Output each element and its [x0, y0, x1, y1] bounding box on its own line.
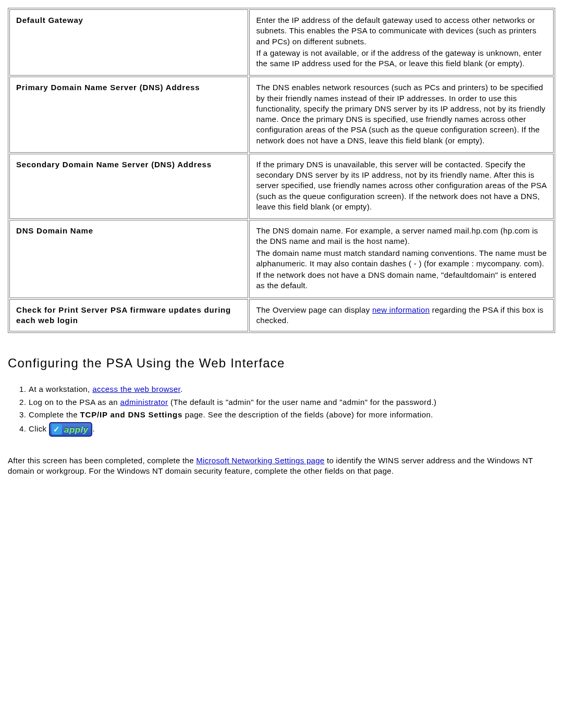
- apply-button-label: apply: [64, 425, 88, 435]
- step-text: Log on to the PSA as an: [29, 398, 120, 406]
- closing-paragraph: After this screen has been completed, co…: [8, 455, 555, 477]
- field-description: If the primary DNS is unavailable, this …: [249, 154, 554, 219]
- step-text: page. See the description of the fields …: [182, 410, 433, 419]
- step-bold-text: TCP/IP and DNS Settings: [80, 410, 182, 419]
- section-heading: Configuring the PSA Using the Web Interf…: [8, 355, 555, 372]
- field-definitions-table: Default Gateway Enter the IP address of …: [8, 8, 555, 333]
- access-web-browser-link[interactable]: access the web browser: [92, 385, 180, 393]
- field-description: Enter the IP address of the default gate…: [249, 9, 554, 76]
- new-information-link[interactable]: new information: [372, 305, 430, 314]
- steps-list: At a workstation, access the web browser…: [29, 383, 555, 438]
- table-row: Default Gateway Enter the IP address of …: [9, 9, 554, 76]
- table-body: Default Gateway Enter the IP address of …: [9, 9, 554, 331]
- step-item: Complete the TCP/IP and DNS Settings pag…: [29, 409, 555, 421]
- description-paragraph: The domain name must match standard nami…: [256, 248, 547, 269]
- field-term: Primary Domain Name Server (DNS) Address: [9, 77, 248, 153]
- step-text: At a workstation,: [29, 385, 92, 393]
- description-text: The Overview page can display: [256, 305, 372, 314]
- description-paragraph: If the primary DNS is unavailable, this …: [256, 159, 547, 212]
- apply-button[interactable]: ✓apply: [49, 422, 92, 437]
- step-text: Click: [29, 424, 49, 433]
- table-row: Secondary Domain Name Server (DNS) Addre…: [9, 154, 554, 219]
- description-paragraph: The DNS enables network resources (such …: [256, 82, 547, 146]
- document-page: Default Gateway Enter the IP address of …: [0, 0, 563, 498]
- description-paragraph: Enter the IP address of the default gate…: [256, 15, 547, 47]
- field-term: Check for Print Server PSA firmware upda…: [9, 299, 248, 332]
- administrator-link[interactable]: administrator: [120, 398, 168, 406]
- table-row: Check for Print Server PSA firmware upda…: [9, 299, 554, 332]
- field-description: The Overview page can display new inform…: [249, 299, 554, 332]
- table-row: Primary Domain Name Server (DNS) Address…: [9, 77, 554, 153]
- check-icon: ✓: [52, 424, 62, 435]
- step-text: .: [180, 385, 183, 393]
- field-term: DNS Domain Name: [9, 220, 248, 298]
- step-item: Click ✓apply.: [29, 421, 555, 438]
- description-paragraph: The DNS domain name. For example, a serv…: [256, 226, 547, 247]
- step-text: Complete the: [29, 410, 80, 419]
- step-text: (The default is "admin" for the user nam…: [168, 398, 436, 406]
- field-description: The DNS enables network resources (such …: [249, 77, 554, 153]
- description-paragraph: If the network does not have a DNS domai…: [256, 270, 547, 291]
- step-text: .: [92, 424, 95, 433]
- description-paragraph: If a gateway is not available, or if the…: [256, 48, 547, 69]
- field-description: The DNS domain name. For example, a serv…: [249, 220, 554, 298]
- table-row: DNS Domain Name The DNS domain name. For…: [9, 220, 554, 298]
- field-term: Secondary Domain Name Server (DNS) Addre…: [9, 154, 248, 219]
- paragraph-text: After this screen has been completed, co…: [8, 456, 196, 465]
- step-item: At a workstation, access the web browser…: [29, 383, 555, 396]
- step-item: Log on to the PSA as an administrator (T…: [29, 396, 555, 409]
- microsoft-networking-settings-link[interactable]: Microsoft Networking Settings page: [196, 456, 324, 465]
- field-term: Default Gateway: [9, 9, 248, 76]
